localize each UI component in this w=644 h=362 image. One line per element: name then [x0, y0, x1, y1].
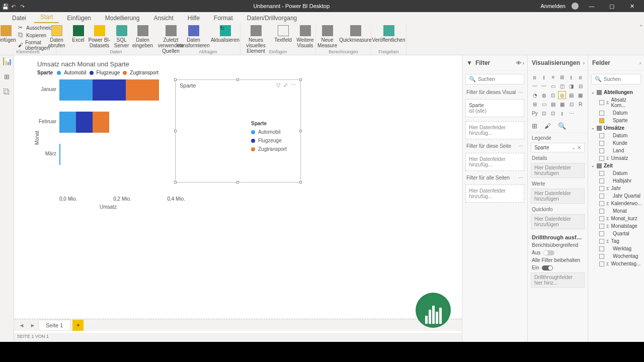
redo-icon[interactable]: ↷: [20, 4, 25, 9]
filter-card[interactable]: Sparte ist (alle): [465, 99, 524, 117]
fields-tab-icon[interactable]: ⊞: [532, 122, 537, 130]
viz-type-icon[interactable]: 〰: [540, 82, 548, 90]
tab-start[interactable]: Start: [34, 12, 59, 23]
viz-type-icon[interactable]: ⫼: [531, 73, 539, 81]
prev-page-icon[interactable]: ◄: [16, 322, 27, 328]
viz-type-icon[interactable]: ▦: [558, 100, 566, 108]
viz-type-icon[interactable]: 〰: [531, 82, 539, 90]
drill-fields-well[interactable]: Drillthroughfelder hier hinz...: [531, 273, 585, 288]
field-item[interactable]: Kunde: [590, 139, 642, 147]
viz-type-icon[interactable]: ⊞: [531, 100, 539, 108]
sql-server-button[interactable]: SQL Server: [113, 24, 131, 48]
report-canvas[interactable]: Umsatz nach Monat und Sparte Sparte Auto…: [14, 55, 462, 342]
excel-button[interactable]: Excel: [70, 24, 87, 43]
viz-type-icon[interactable]: ⊡: [568, 100, 576, 108]
slicer-visual[interactable]: Sparte ▽ ⤢ ⋯ Sparte Automobil Flugzeuge …: [175, 79, 301, 183]
viz-type-icon[interactable]: ▤: [568, 91, 576, 99]
legend-well[interactable]: Sparte⌄ ✕: [531, 143, 585, 152]
field-item[interactable]: Jahr Quartal: [590, 192, 642, 200]
filter-dropzone[interactable]: Hier Datenfelder hinzufüg...: [465, 185, 524, 203]
paste-button[interactable]: Einfügen: [0, 24, 15, 43]
field-item[interactable]: Monat: [590, 207, 642, 215]
viz-type-icon[interactable]: ◫: [558, 82, 566, 90]
undo-icon[interactable]: ↶: [11, 4, 16, 9]
collapse-icon[interactable]: ›: [583, 60, 585, 66]
collapse-icon[interactable]: ›: [639, 60, 641, 66]
tab-einfuegen[interactable]: Einfügen: [61, 13, 97, 23]
next-page-icon[interactable]: ►: [27, 322, 38, 328]
tooltip-well[interactable]: Hier Datenfelder hinzufügen: [531, 214, 585, 229]
analytics-tab-icon[interactable]: 🔍: [558, 122, 566, 130]
signin-link[interactable]: Anmelden: [540, 3, 566, 9]
field-item[interactable]: ΣAbsatz Kom...: [590, 96, 642, 109]
viz-type-icon[interactable]: ⫿: [568, 73, 576, 81]
viz-type-icon[interactable]: ▤: [549, 100, 557, 108]
fields-search[interactable]: 🔍: [591, 74, 641, 84]
table-header[interactable]: ⌄Umsätze: [590, 124, 642, 132]
tab-ansicht[interactable]: Ansicht: [147, 13, 179, 23]
field-item[interactable]: ΣKalenderwo...: [590, 200, 642, 207]
field-item[interactable]: Werktag: [590, 245, 642, 252]
more-icon[interactable]: ⋯: [518, 175, 523, 180]
viz-type-icon[interactable]: ⊡: [549, 91, 557, 99]
quick-measure-button[interactable]: Quickmeasure: [341, 24, 371, 43]
focus-icon[interactable]: ⤢: [283, 82, 288, 88]
field-item[interactable]: ΣJahr: [590, 185, 642, 192]
transform-data-button[interactable]: Daten transformieren: [178, 24, 210, 48]
publish-button[interactable]: Veröffentlichen: [374, 24, 404, 43]
tab-datei[interactable]: Datei: [6, 13, 32, 23]
bar-chart[interactable]: JanuarFebruarMärz: [59, 79, 170, 165]
tab-format[interactable]: Format: [208, 13, 239, 23]
viz-type-icon[interactable]: ⫿: [540, 73, 548, 81]
slicer-item[interactable]: Flugzeuge: [251, 138, 300, 143]
new-measure-button[interactable]: Neue Measure: [316, 24, 339, 48]
field-item[interactable]: Quartal: [590, 230, 642, 237]
viz-type-icon[interactable]: ≡: [549, 73, 557, 81]
pbi-datasets-button[interactable]: Power BI-Datasets: [89, 24, 111, 48]
more-icon[interactable]: ⋯: [518, 143, 523, 149]
field-item[interactable]: Datum: [590, 109, 642, 117]
ribbon-collapse-icon[interactable]: ⌃: [639, 24, 643, 30]
field-item[interactable]: Datum: [590, 132, 642, 139]
viz-type-icon[interactable]: ⊞: [558, 73, 566, 81]
more-icon[interactable]: ⋯: [291, 82, 296, 88]
table-header[interactable]: ⌄Zeit: [590, 162, 642, 169]
field-item[interactable]: Halbjahr: [590, 177, 642, 185]
more-visuals-button[interactable]: Weitere Visuals: [295, 24, 315, 48]
table-header[interactable]: ⌄Abteilungen: [590, 88, 642, 96]
viz-type-icon[interactable]: ⊟: [577, 82, 585, 90]
data-view-icon[interactable]: ⊞: [3, 72, 11, 80]
viz-type-icon[interactable]: ▭: [549, 82, 557, 90]
filter-dropzone[interactable]: Hier Datenfelder hinzufüg...: [465, 153, 524, 171]
close-button[interactable]: ✕: [625, 3, 639, 10]
keep-filters-toggle[interactable]: Ein: [528, 264, 588, 272]
save-icon[interactable]: 💾: [2, 4, 7, 9]
viz-type-icon[interactable]: ◍: [540, 91, 548, 99]
filter-search[interactable]: 🔍: [465, 74, 524, 84]
more-icon[interactable]: ⋯: [518, 89, 523, 95]
field-item[interactable]: ΣTag: [590, 237, 642, 245]
minimize-button[interactable]: —: [585, 3, 599, 9]
tab-modellierung[interactable]: Modellierung: [99, 13, 146, 23]
viz-type-icon[interactable]: ⋯: [568, 109, 576, 117]
slicer-item[interactable]: Zugtransport: [251, 146, 300, 152]
field-item[interactable]: Land: [590, 147, 642, 154]
field-item[interactable]: ΣWochentag...: [590, 260, 642, 267]
field-item[interactable]: Datum: [590, 169, 642, 177]
viz-type-icon[interactable]: ▦: [577, 91, 585, 99]
tab-daten-drill[interactable]: Daten/Drillvorgang: [241, 13, 303, 23]
filter-dropzone[interactable]: Hier Datenfelder hinzufüg...: [465, 121, 524, 139]
viz-type-icon[interactable]: ▭: [540, 100, 548, 108]
viz-type-icon[interactable]: Py: [531, 109, 539, 117]
field-item[interactable]: ΣMonatstage: [590, 222, 642, 230]
viz-type-icon[interactable]: ◎: [558, 91, 566, 99]
field-item[interactable]: Wochentag: [590, 252, 642, 260]
viz-type-icon[interactable]: ◔: [531, 91, 539, 99]
add-page-button[interactable]: +: [72, 320, 84, 331]
maximize-button[interactable]: ▢: [605, 3, 619, 10]
avatar[interactable]: [572, 3, 579, 10]
textbox-button[interactable]: Textfeld: [273, 24, 293, 43]
cross-report-toggle[interactable]: Aus: [528, 249, 588, 256]
eye-icon[interactable]: 👁: [516, 60, 521, 66]
viz-type-icon[interactable]: ⫼: [577, 73, 585, 81]
